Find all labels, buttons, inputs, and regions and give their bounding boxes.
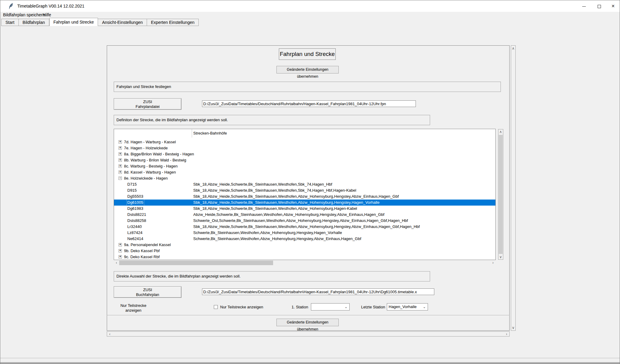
scroll-up-button[interactable]: ∧	[498, 130, 503, 134]
tree-row-label: Lr32440	[127, 224, 142, 230]
fahrplan-file-button[interactable]: ZUSI Fahrplandatei	[114, 98, 181, 110]
buchfahrplan-button[interactable]: ZUSI Buchfahrplan	[114, 286, 181, 298]
tree-row-label: Dsts88221	[127, 212, 146, 218]
tree-row[interactable]: +8b. Warburg - Brilon Wald - Bestwig	[114, 157, 495, 163]
expand-icon[interactable]: +	[119, 255, 122, 258]
tree-row-label: D715	[127, 181, 137, 187]
buchfahrplan-button-line1: ZUSI	[143, 288, 152, 292]
scroll-up-button[interactable]: ∧	[511, 46, 515, 50]
scroll-down-button[interactable]: ∨	[498, 255, 503, 259]
last-station-label: Letzte Station	[361, 305, 385, 309]
tree-row[interactable]: +7d. Hagen - Warburg - Kassel	[114, 139, 495, 145]
tree-row-stations: Sbk_18,Abzw_Heide,Schwerte,Bk_Steinhause…	[193, 181, 332, 187]
vscroll-thumb[interactable]	[499, 135, 503, 254]
expand-icon[interactable]: +	[119, 243, 122, 246]
chevron-up-icon: ∧	[512, 46, 515, 50]
tree-row-stations: Sbk_18,Abzw_Heide,Schwerte,Bk_Steinhause…	[193, 206, 357, 212]
tab-fahrplan-und-strecke[interactable]: Fahrplan und Strecke	[49, 18, 98, 26]
fahrplan-path-input[interactable]	[202, 100, 416, 107]
first-station-combobox[interactable]: ⌄	[311, 303, 350, 310]
tab-bildfahrplan[interactable]: Bildfahrplan	[19, 19, 49, 26]
teilstrecke-checkbox[interactable]	[214, 305, 218, 309]
window-title: TimetableGraph V00.14 12.02.2021	[17, 0, 84, 12]
scroll-left-button[interactable]: ‹	[114, 261, 119, 265]
chevron-up-icon: ∧	[499, 130, 502, 134]
tree-row[interactable]: Dg61005Sbk_18,Abzw_Heide,Schwerte,Bk_Ste…	[114, 200, 495, 206]
definition-frame: Definiton der Strecke, die im Bildfahrpl…	[114, 115, 430, 125]
expand-icon[interactable]: +	[119, 164, 122, 168]
tree-row[interactable]: +9c. Deko Kassel Rbf	[114, 254, 495, 260]
tree-row-stations: Schwerte_Ost,Schwerte,Bk_Steinhausen,Wes…	[193, 218, 408, 224]
tree-row-stations: Sbk_18,Abzw_Heide,Schwerte,Bk_Steinhause…	[193, 193, 399, 200]
tree-row[interactable]: D915Sbk_18,Abzw_Heide,Schwerte,Bk_Steinh…	[114, 187, 495, 193]
teilstrecke-checkbox-label: Nur Teilstrecke anzeigen	[220, 305, 263, 309]
tree-row-label: Dg55503	[127, 193, 143, 200]
scroll-left-button[interactable]: ‹	[108, 332, 112, 336]
apply-settings-button-top[interactable]: Geänderte Einstellungen übernehmen	[276, 66, 339, 73]
first-station-label: 1. Station	[292, 305, 308, 309]
expand-icon[interactable]: +	[119, 249, 122, 252]
fahrplan-file-button-line2: Fahrplandatei	[135, 104, 160, 109]
tree-row-stations: Schwerte,Bk_Steinhausen,Westhofen,Abzw_H…	[193, 236, 361, 242]
tree-row-label: Dg61005	[127, 200, 144, 206]
last-station-combobox[interactable]: Hagen_Vorhalle ⌄	[387, 303, 428, 310]
hscroll-thumb[interactable]	[119, 261, 273, 265]
tab-ansicht-einstellungen[interactable]: Ansicht-Einstellungen	[98, 19, 147, 26]
column-separator	[192, 129, 192, 138]
section-frame: Fahrplan und Strecke festlegen	[114, 82, 501, 92]
tree-vscrollbar[interactable]: ∧ ∨	[498, 129, 503, 260]
expand-icon[interactable]: +	[119, 152, 122, 156]
tree-row[interactable]: Dg61983Sbk_18,Abzw_Heide,Schwerte,Bk_Ste…	[114, 206, 495, 212]
collapse-icon[interactable]: −	[119, 177, 122, 180]
close-button[interactable]: ✕	[606, 0, 620, 12]
tab-experten-einstellungen[interactable]: Experten Einstellungen	[147, 19, 199, 26]
teilstrecke-side-label-line2: anzeigen	[126, 308, 142, 313]
panel-hscrollbar[interactable]: ‹ ›	[107, 331, 510, 336]
tree-row[interactable]: Dg55503Sbk_18,Abzw_Heide,Schwerte,Bk_Ste…	[114, 193, 495, 200]
chevron-left-icon: ‹	[109, 332, 110, 336]
application-window: TimetableGraph V00.14 12.02.2021 ✕ Bildf…	[0, 0, 620, 364]
bottom-divider	[0, 358, 620, 359]
tree-row[interactable]: +8c. Warburg - Bestwig - Hagen	[114, 163, 495, 169]
tree-row[interactable]: +8a. Bigge/Brilon Wald - Bestwig - Hagen	[114, 151, 495, 157]
tree-row[interactable]: +7e. Hagen - Holzwickede	[114, 145, 495, 151]
tab-start[interactable]: Start	[1, 19, 19, 26]
buchfahrplan-button-line2: Buchfahrplan	[136, 292, 159, 297]
buchfahrplan-path-input[interactable]	[202, 288, 434, 295]
scroll-right-button[interactable]: ›	[504, 332, 509, 336]
menu-item-hilfe[interactable]: Hilfe	[40, 12, 54, 18]
tree-row[interactable]: Ne62414Schwerte,Bk_Steinhausen,Westhofen…	[114, 236, 495, 242]
tree-row[interactable]: +9a. Personalpendel Kassel	[114, 242, 495, 248]
tree-row[interactable]: Dsts88258Schwerte_Ost,Schwerte,Bk_Steinh…	[114, 218, 495, 224]
minimize-button[interactable]	[577, 0, 591, 12]
panel-divider	[107, 315, 510, 315]
tree-row[interactable]: +8d. Kassel - Warburg - Hagen	[114, 169, 495, 175]
maximize-button[interactable]	[592, 0, 606, 12]
tree-row[interactable]: −8e. Holzwickede - Hagen	[114, 175, 495, 181]
panel-vscrollbar[interactable]: ∧ ∨	[511, 45, 516, 331]
tree-row[interactable]: D715Sbk_18,Abzw_Heide,Schwerte,Bk_Steinh…	[114, 181, 495, 187]
direct-selection-frame: Direkte Auswahl der Strecke, die im Bild…	[114, 271, 430, 281]
tree-row[interactable]: +9b. Deko Kassel Pbf	[114, 248, 495, 254]
tree-row-label: 8a. Bigge/Brilon Wald - Bestwig - Hagen	[124, 151, 194, 157]
definition-label: Definiton der Strecke, die im Bildfahrpl…	[114, 115, 430, 125]
tree-row[interactable]: Dsts88221Abzw_Heide,Schwerte,Bk_Steinhau…	[114, 212, 495, 218]
tree-hscrollbar[interactable]: ‹ ›	[114, 261, 496, 265]
strecken-bahnhoefe-column-header[interactable]: Strecken-Bahnhöfe	[193, 131, 227, 135]
expand-icon[interactable]: +	[119, 146, 122, 150]
tree-row[interactable]: Lz87424Schwerte,Bk_Steinhausen,Westhofen…	[114, 230, 495, 236]
page-title: Fahrplan und Strecke	[279, 48, 336, 60]
tree-row[interactable]: Lr32440Sbk_18,Abzw_Heide,Schwerte,Bk_Ste…	[114, 224, 495, 230]
apply-settings-button-bottom[interactable]: Geänderte Einstellungen übernehmen	[276, 319, 339, 326]
expand-icon[interactable]: +	[119, 140, 122, 144]
tree-row-label: Lz87424	[127, 230, 142, 236]
tree-row-label: 8b. Warburg - Brilon Wald - Bestwig	[124, 157, 186, 163]
scroll-down-button[interactable]: ∨	[511, 326, 515, 330]
scroll-right-button[interactable]: ›	[491, 261, 495, 265]
expand-icon[interactable]: +	[119, 158, 122, 162]
expand-icon[interactable]: +	[119, 171, 122, 174]
fahrplan-file-button-line1: ZUSI	[143, 99, 152, 104]
route-tree[interactable]: Strecken-Bahnhöfe +7d. Hagen - Warburg -…	[114, 129, 496, 260]
close-icon: ✕	[611, 4, 615, 8]
chevron-down-icon: ∨	[499, 255, 502, 259]
